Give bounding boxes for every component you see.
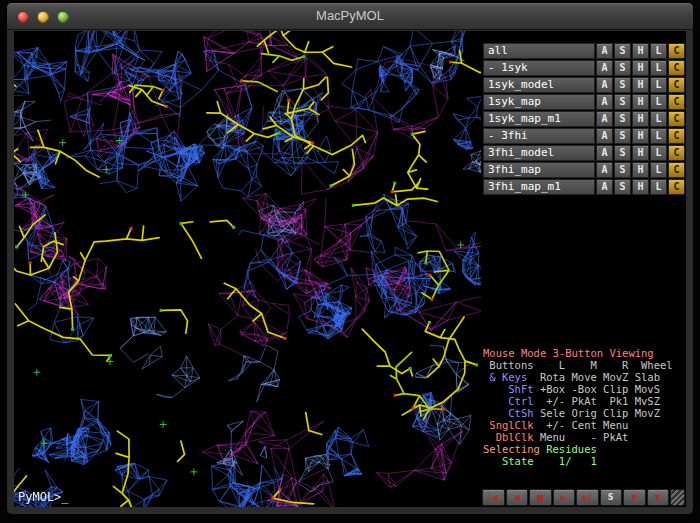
keys-rota-line-text: & Keys <box>483 371 534 383</box>
buttons-header-line-text: Buttons L M R Wheel <box>483 359 673 371</box>
object-c-menu-button[interactable]: C <box>668 179 685 195</box>
snglclk-line: SnglClk +/- Cent Menu <box>483 419 686 431</box>
mouse-mode-line[interactable]: Mouse Mode 3-Button Viewing <box>483 347 686 359</box>
object-row: - 1sykASHLC <box>483 60 685 76</box>
object-a-menu-button[interactable]: A <box>596 128 613 144</box>
object-name-button[interactable]: 3fhi_map <box>483 162 595 178</box>
object-s-menu-button[interactable]: S <box>614 77 631 93</box>
mouse-mode-line-text: Mouse Mode 3-Button Viewing <box>483 347 654 359</box>
step-back-button[interactable]: ◀ <box>506 489 529 506</box>
object-l-menu-button[interactable]: L <box>650 179 667 195</box>
rewind-button[interactable]: |◀ <box>482 489 505 506</box>
object-a-menu-button[interactable]: A <box>596 179 613 195</box>
object-name-button[interactable]: 3fhi_model <box>483 145 595 161</box>
object-a-menu-button[interactable]: A <box>596 43 613 59</box>
object-name-button[interactable]: - 1syk <box>483 60 595 76</box>
object-name-button[interactable]: - 3fhi <box>483 128 595 144</box>
object-row: allASHLC <box>483 43 685 59</box>
object-c-menu-button[interactable]: C <box>668 43 685 59</box>
next-menu-button[interactable]: ▼ <box>647 489 670 506</box>
object-s-menu-button[interactable]: S <box>614 179 631 195</box>
selecting-line-text: Residues <box>546 443 597 455</box>
titlebar[interactable]: MacPyMOL <box>7 3 693 30</box>
state-line: State 1/ 1 <box>483 455 686 467</box>
main-content: PyMOL>_ allASHLC- 1sykASHLC1syk_modelASH… <box>14 31 686 507</box>
object-h-menu-button[interactable]: H <box>632 111 649 127</box>
object-l-menu-button[interactable]: L <box>650 43 667 59</box>
object-a-menu-button[interactable]: A <box>596 145 613 161</box>
viewport-3d[interactable]: PyMOL>_ <box>14 31 481 507</box>
object-l-menu-button[interactable]: L <box>650 128 667 144</box>
shift-line-text: +Box -Box Clip MovS <box>534 383 660 395</box>
object-a-menu-button[interactable]: A <box>596 60 613 76</box>
ctsh-line-text: CtSh <box>483 407 534 419</box>
object-s-menu-button[interactable]: S <box>614 94 631 110</box>
object-h-menu-button[interactable]: H <box>632 145 649 161</box>
object-h-menu-button[interactable]: H <box>632 77 649 93</box>
forward-button[interactable]: ▶| <box>576 489 599 506</box>
object-row: 1syk_map_m1ASHLC <box>483 111 685 127</box>
command-line[interactable]: PyMOL>_ <box>18 490 69 504</box>
object-l-menu-button[interactable]: L <box>650 60 667 76</box>
object-a-menu-button[interactable]: A <box>596 94 613 110</box>
object-s-menu-button[interactable]: S <box>614 111 631 127</box>
viewport-canvas[interactable] <box>14 31 481 507</box>
object-l-menu-button[interactable]: L <box>650 162 667 178</box>
object-c-menu-button[interactable]: C <box>668 145 685 161</box>
object-name-button[interactable]: 3fhi_map_m1 <box>483 179 595 195</box>
object-a-menu-button[interactable]: A <box>596 77 613 93</box>
object-c-menu-button[interactable]: C <box>668 111 685 127</box>
object-l-menu-button[interactable]: L <box>650 94 667 110</box>
playback-bar: |◀◀■▶▶|S▼▼ <box>482 489 685 506</box>
object-s-menu-button[interactable]: S <box>614 145 631 161</box>
window-title: MacPyMOL <box>7 3 693 29</box>
prev-menu-button[interactable]: ▼ <box>623 489 646 506</box>
object-c-menu-button[interactable]: C <box>668 77 685 93</box>
object-h-menu-button[interactable]: H <box>632 94 649 110</box>
object-c-menu-button[interactable]: C <box>668 60 685 76</box>
object-c-menu-button[interactable]: C <box>668 162 685 178</box>
traffic-lights <box>17 11 69 23</box>
object-s-menu-button[interactable]: S <box>614 128 631 144</box>
object-l-menu-button[interactable]: L <box>650 77 667 93</box>
side-panel: allASHLC- 1sykASHLC1syk_modelASHLC1syk_m… <box>481 31 686 507</box>
resize-grip[interactable] <box>670 489 685 506</box>
object-h-menu-button[interactable]: H <box>632 128 649 144</box>
object-h-menu-button[interactable]: H <box>632 43 649 59</box>
ctsh-line-text: Sele Orig Clip MovZ <box>534 407 660 419</box>
ctrl-line-text: +/- PkAt Pk1 MvSZ <box>534 395 660 407</box>
scene-button[interactable]: S <box>600 489 623 506</box>
close-button[interactable] <box>17 11 29 23</box>
object-l-menu-button[interactable]: L <box>650 145 667 161</box>
object-h-menu-button[interactable]: H <box>632 162 649 178</box>
object-c-menu-button[interactable]: C <box>668 94 685 110</box>
object-s-menu-button[interactable]: S <box>614 162 631 178</box>
object-s-menu-button[interactable]: S <box>614 60 631 76</box>
zoom-button[interactable] <box>57 11 69 23</box>
mouse-panel: Mouse Mode 3-Button Viewing Buttons L M … <box>483 347 686 467</box>
object-h-menu-button[interactable]: H <box>632 179 649 195</box>
object-h-menu-button[interactable]: H <box>632 60 649 76</box>
keys-rota-line-text: Rota Move MovZ Slab <box>534 371 660 383</box>
object-name-button[interactable]: 1syk_map_m1 <box>483 111 595 127</box>
object-row: 3fhi_modelASHLC <box>483 145 685 161</box>
shift-line: ShFt +Box -Box Clip MovS <box>483 383 686 395</box>
object-name-button[interactable]: 1syk_map <box>483 94 595 110</box>
object-c-menu-button[interactable]: C <box>668 128 685 144</box>
panel-spacer <box>481 196 686 347</box>
dblclk-line-text: DblClk <box>483 431 534 443</box>
ctsh-line: CtSh Sele Orig Clip MovZ <box>483 407 686 419</box>
object-s-menu-button[interactable]: S <box>614 43 631 59</box>
object-name-button[interactable]: 1syk_model <box>483 77 595 93</box>
object-row: 1syk_modelASHLC <box>483 77 685 93</box>
minimize-button[interactable] <box>37 11 49 23</box>
object-name-button[interactable]: all <box>483 43 595 59</box>
play-button[interactable]: ▶ <box>553 489 576 506</box>
object-l-menu-button[interactable]: L <box>650 111 667 127</box>
selecting-line-text: Selecting <box>483 443 546 455</box>
object-row: - 3fhiASHLC <box>483 128 685 144</box>
selecting-line[interactable]: Selecting Residues <box>483 443 686 455</box>
object-a-menu-button[interactable]: A <box>596 111 613 127</box>
object-a-menu-button[interactable]: A <box>596 162 613 178</box>
stop-button[interactable]: ■ <box>529 489 552 506</box>
